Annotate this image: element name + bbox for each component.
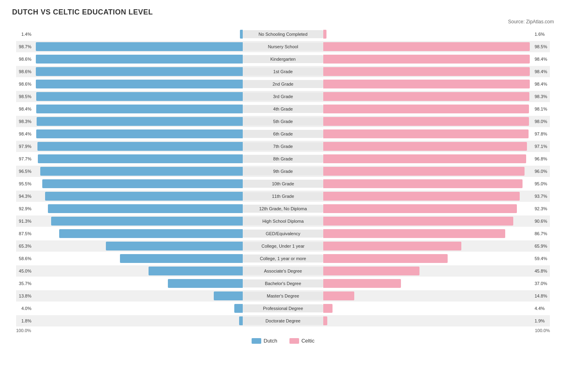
celtic-bar [323, 279, 401, 288]
legend-celtic: Celtic [289, 338, 315, 344]
source-label: Source: ZipAtlas.com [12, 19, 554, 25]
dutch-value: 98.6% [16, 69, 31, 74]
left-section: 13.8% [16, 291, 243, 300]
celtic-bar [323, 291, 354, 300]
bar-row: 96.5% 9th Grade 96.0% [16, 166, 550, 177]
celtic-bar-wrapper [323, 242, 533, 250]
celtic-value: 98.3% [535, 94, 550, 99]
dutch-value: 95.5% [16, 181, 31, 186]
left-section: 98.4% [16, 129, 243, 138]
bar-row: 95.5% 10th Grade 95.0% [16, 178, 550, 189]
celtic-bar [323, 80, 530, 88]
right-section: 95.0% [323, 179, 550, 188]
category-label: 10th Grade [243, 180, 323, 188]
left-section: 98.4% [16, 105, 243, 113]
celtic-bar-wrapper [323, 204, 533, 213]
bar-row: 98.4% 4th Grade 98.1% [16, 103, 550, 115]
dutch-bar-wrapper [33, 254, 243, 263]
celtic-bar-wrapper [323, 129, 533, 138]
dutch-bar [45, 192, 243, 201]
category-label: Bachelor's Degree [243, 279, 323, 287]
left-section: 87.5% [16, 229, 243, 238]
celtic-bar-wrapper [323, 167, 533, 176]
celtic-bar-wrapper [323, 42, 533, 51]
celtic-value: 96.0% [535, 169, 550, 174]
dutch-bar [234, 304, 243, 313]
left-section: 98.6% [16, 55, 243, 64]
celtic-bar [323, 42, 530, 51]
dutch-value: 65.3% [16, 244, 31, 248]
celtic-value: 4.4% [535, 306, 550, 311]
left-section: 45.0% [16, 267, 243, 275]
celtic-value: 14.8% [535, 293, 550, 298]
dutch-bar [40, 167, 243, 176]
right-section: 90.6% [323, 217, 550, 226]
celtic-bar [323, 267, 419, 275]
dutch-bar-wrapper [33, 117, 243, 126]
left-section: 91.3% [16, 217, 243, 226]
celtic-bar [323, 142, 527, 151]
dutch-bar [149, 267, 243, 275]
right-section: 86.7% [323, 229, 550, 238]
left-section: 98.3% [16, 117, 243, 126]
left-section: 35.7% [16, 279, 243, 288]
bar-row: 98.7% Nursery School 98.5% [16, 41, 550, 52]
celtic-bar [323, 242, 461, 250]
celtic-value: 98.4% [535, 69, 550, 74]
left-section: 1.8% [16, 316, 243, 325]
bar-row: 94.3% 11th Grade 93.7% [16, 191, 550, 202]
chart-container: 1.4% No Schooling Completed 1.6% 98.7% N… [12, 29, 554, 326]
dutch-bar [51, 217, 243, 226]
celtic-bar-wrapper [323, 67, 533, 76]
dutch-legend-label: Dutch [264, 338, 277, 344]
right-section: 97.1% [323, 142, 550, 151]
category-label: College, Under 1 year [243, 242, 323, 250]
bar-row: 97.7% 8th Grade 96.8% [16, 153, 550, 164]
right-section: 96.8% [323, 154, 550, 163]
dutch-value: 58.6% [16, 256, 31, 261]
category-label: Nursery School [243, 43, 323, 51]
dutch-bar [36, 42, 243, 51]
left-section: 95.5% [16, 179, 243, 188]
left-section: 98.6% [16, 80, 243, 88]
right-section: 98.4% [323, 55, 550, 64]
dutch-bar [37, 117, 243, 126]
category-label: 7th Grade [243, 142, 323, 150]
dutch-value: 45.0% [16, 269, 31, 273]
right-section: 98.4% [323, 80, 550, 88]
celtic-bar [323, 129, 529, 138]
dutch-bar [36, 105, 243, 113]
celtic-value: 1.6% [535, 32, 550, 37]
category-label: 8th Grade [243, 155, 323, 163]
right-section: 59.4% [323, 254, 550, 263]
bar-row: 98.6% 1st Grade 98.4% [16, 66, 550, 77]
dutch-value: 35.7% [16, 281, 31, 286]
celtic-bar-wrapper [323, 179, 533, 188]
celtic-bar-wrapper [323, 229, 533, 238]
dutch-bar-wrapper [33, 42, 243, 51]
dutch-bar [239, 316, 243, 325]
celtic-bar [323, 304, 333, 313]
category-label: 11th Grade [243, 192, 323, 200]
dutch-bar-wrapper [33, 55, 243, 64]
category-label: 3rd Grade [243, 92, 323, 101]
chart-title: Dutch vs Celtic Education Level [12, 8, 554, 16]
dutch-bar [48, 204, 243, 213]
celtic-bar [323, 67, 530, 76]
dutch-value: 87.5% [16, 231, 31, 236]
celtic-value: 37.0% [535, 281, 550, 286]
dutch-value: 97.9% [16, 144, 31, 149]
celtic-bar-wrapper [323, 267, 533, 275]
right-section: 45.8% [323, 267, 550, 275]
bar-row: 98.4% 6th Grade 97.8% [16, 128, 550, 140]
dutch-value: 91.3% [16, 219, 31, 224]
dutch-bar-wrapper [33, 304, 243, 313]
dutch-value: 98.7% [16, 44, 31, 49]
dutch-value: 98.3% [16, 119, 31, 124]
bar-row: 13.8% Master's Degree 14.8% [16, 290, 550, 302]
celtic-bar [323, 167, 525, 176]
dutch-bar-wrapper [33, 316, 243, 325]
celtic-value: 98.5% [535, 44, 550, 49]
dutch-value: 98.4% [16, 131, 31, 136]
celtic-bar [323, 204, 517, 213]
